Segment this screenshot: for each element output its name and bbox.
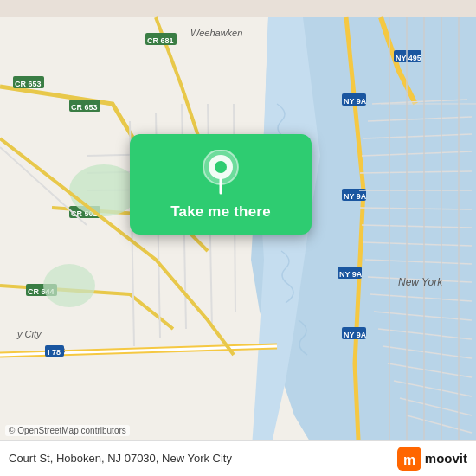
svg-text:NY 495: NY 495 [396,54,421,62]
map-container: I 78 I 78 CR 653 CR 653 CR 681 CR 501 CR… [0,0,476,476]
address-text: Court St, Hoboken, NJ 07030, New York Ci… [9,452,232,465]
svg-text:NY 9A: NY 9A [339,270,363,279]
svg-text:m: m [403,453,415,467]
svg-point-24 [69,164,138,216]
svg-text:NY 9A: NY 9A [344,192,367,201]
moovit-logo-icon: m [397,447,421,471]
svg-point-32 [215,161,227,173]
svg-text:NY 9A: NY 9A [344,97,367,106]
svg-point-25 [43,264,95,307]
svg-text:NY 9A: NY 9A [344,331,367,339]
svg-text:Weehawken: Weehawken [190,28,242,38]
osm-attribution: © OpenStreetMap contributors [5,425,130,436]
moovit-logo-text: moovit [425,451,467,466]
moovit-logo: m moovit [397,447,467,471]
svg-text:y City: y City [16,329,42,339]
svg-text:CR 653: CR 653 [71,103,98,112]
action-card[interactable]: Take me there [130,134,312,235]
svg-text:New York: New York [398,276,443,288]
take-me-there-button[interactable]: Take me there [170,203,271,221]
svg-text:I 78: I 78 [48,348,61,357]
location-pin-icon [198,150,243,195]
map-background: I 78 I 78 CR 653 CR 653 CR 681 CR 501 CR… [0,0,476,476]
svg-text:CR 653: CR 653 [15,80,42,88]
bottom-bar: Court St, Hoboken, NJ 07030, New York Ci… [0,440,476,476]
svg-text:CR 681: CR 681 [147,36,174,45]
